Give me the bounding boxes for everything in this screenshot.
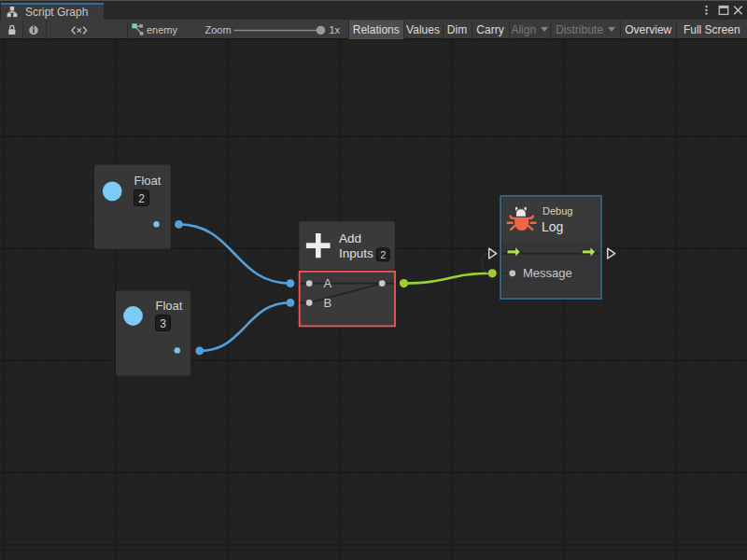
svg-text:3: 3: [160, 317, 166, 330]
svg-text:Inputs: Inputs: [339, 246, 374, 260]
svg-text:Log: Log: [542, 219, 563, 234]
svg-text:2: 2: [380, 249, 386, 260]
svg-text:Float: Float: [156, 299, 183, 313]
svg-text:Add: Add: [339, 231, 361, 245]
svg-text:Debug: Debug: [543, 205, 572, 217]
svg-text:Message: Message: [523, 266, 572, 280]
svg-text:Float: Float: [134, 174, 162, 188]
svg-text:A: A: [324, 276, 332, 290]
svg-text:2: 2: [138, 192, 145, 205]
svg-text:B: B: [324, 296, 332, 310]
